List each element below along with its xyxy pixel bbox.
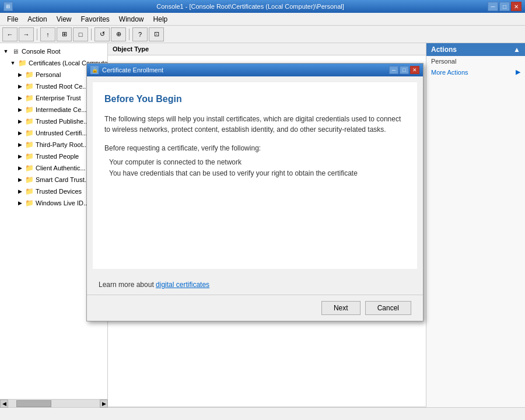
dialog-list-item-2: You have credentials that can be used to…	[104, 168, 405, 179]
dialog-minimize-button[interactable]: ─	[389, 66, 398, 74]
dialog-paragraph1: The following steps will help you instal…	[104, 114, 405, 135]
dialog-close-button[interactable]: ✕	[410, 66, 419, 74]
dialog-heading: Before You Begin	[104, 94, 405, 104]
certificate-enrollment-dialog: 🔒 Certificate Enrollment ─ □ ✕ Before Yo…	[86, 63, 424, 321]
dialog-icon: 🔒	[90, 66, 99, 74]
dialog-overlay: 🔒 Certificate Enrollment ─ □ ✕ Before Yo…	[0, 0, 525, 420]
learn-more-text: Learn more about	[99, 281, 156, 289]
dialog-verify-text: Before requesting a certificate, verify …	[104, 144, 405, 152]
cancel-button[interactable]: Cancel	[365, 301, 411, 315]
dialog-controls: ─ □ ✕	[389, 66, 419, 74]
dialog-title-label: Certificate Enrollment	[102, 66, 163, 74]
dialog-list-item-1: Your computer is connected to the networ…	[104, 157, 405, 168]
dialog-title-text: 🔒 Certificate Enrollment	[90, 66, 163, 74]
dialog-content: Before You Begin The following steps wil…	[93, 82, 417, 269]
dialog-footer: Next Cancel	[87, 295, 423, 321]
dialog-link-area: Learn more about digital certificates	[87, 275, 423, 295]
dialog-title-bar: 🔒 Certificate Enrollment ─ □ ✕	[87, 64, 423, 76]
next-button[interactable]: Next	[321, 301, 360, 315]
dialog-maximize-button[interactable]: □	[400, 66, 409, 74]
digital-certificates-link[interactable]: digital certificates	[156, 281, 209, 289]
